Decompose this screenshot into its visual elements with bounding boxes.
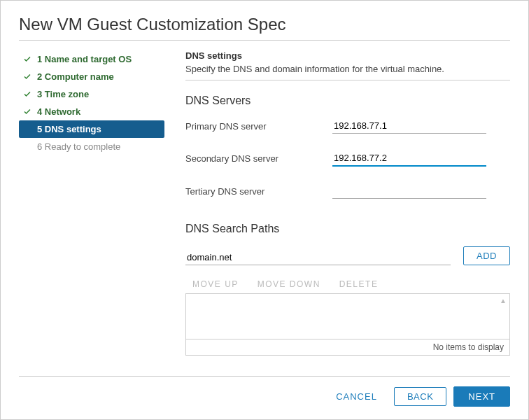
move-down-button[interactable]: MOVE DOWN	[258, 279, 320, 289]
move-up-button[interactable]: MOVE UP	[192, 279, 239, 289]
dialog-footer: CANCEL BACK NEXT	[19, 376, 510, 407]
back-button[interactable]: BACK	[394, 387, 446, 406]
next-button[interactable]: NEXT	[453, 386, 510, 407]
step-network[interactable]: 4 Network	[19, 103, 164, 120]
tertiary-dns-row: Tertiary DNS server	[185, 183, 510, 199]
primary-dns-input[interactable]	[332, 118, 486, 134]
section-title: DNS settings	[185, 50, 510, 61]
step-dns-settings[interactable]: 5 DNS settings	[19, 120, 164, 138]
check-icon	[22, 108, 33, 116]
step-label: 6 Ready to complete	[37, 141, 120, 152]
step-name-target-os[interactable]: 1 Name and target OS	[19, 50, 164, 68]
section-desc: Specify the DNS and domain information f…	[185, 64, 510, 80]
step-label: 2 Computer name	[37, 71, 114, 82]
dns-search-paths-heading: DNS Search Paths	[185, 223, 510, 235]
check-icon	[22, 90, 33, 99]
dialog-content: 1 Name and target OS 2 Computer name 3 T…	[19, 50, 510, 376]
check-icon	[22, 73, 33, 81]
step-label: 1 Name and target OS	[37, 54, 132, 64]
add-button[interactable]: ADD	[463, 246, 510, 265]
step-computer-name[interactable]: 2 Computer name	[19, 68, 164, 85]
primary-dns-label: Primary DNS server	[185, 121, 332, 132]
list-empty-text: No items to display	[185, 340, 510, 356]
secondary-dns-input[interactable]	[332, 150, 486, 167]
list-actions: MOVE UP MOVE DOWN DELETE	[185, 275, 510, 293]
step-time-zone[interactable]: 3 Time zone	[19, 85, 164, 103]
step-label: 3 Time zone	[37, 89, 89, 99]
secondary-dns-row: Secondary DNS server	[185, 150, 510, 167]
cancel-button[interactable]: CANCEL	[326, 387, 387, 406]
secondary-dns-label: Secondary DNS server	[185, 153, 332, 164]
dns-servers-heading: DNS Servers	[185, 94, 510, 107]
tertiary-dns-input[interactable]	[332, 183, 486, 199]
search-paths-list[interactable]: ▲	[185, 293, 510, 340]
primary-dns-row: Primary DNS server	[185, 118, 510, 134]
step-ready-complete: 6 Ready to complete	[19, 138, 164, 155]
dialog-title: New VM Guest Customization Spec	[19, 15, 510, 41]
step-label: 4 Network	[37, 106, 80, 117]
step-label: 5 DNS settings	[37, 124, 101, 134]
delete-button[interactable]: DELETE	[339, 279, 379, 289]
search-path-row: ADD	[185, 246, 510, 265]
check-icon	[22, 55, 33, 64]
main-panel: DNS settings Specify the DNS and domain …	[164, 50, 510, 376]
tertiary-dns-label: Tertiary DNS server	[185, 186, 332, 197]
search-path-input[interactable]	[185, 250, 451, 265]
wizard-steps: 1 Name and target OS 2 Computer name 3 T…	[19, 50, 164, 376]
scroll-up-icon: ▲	[500, 297, 507, 304]
